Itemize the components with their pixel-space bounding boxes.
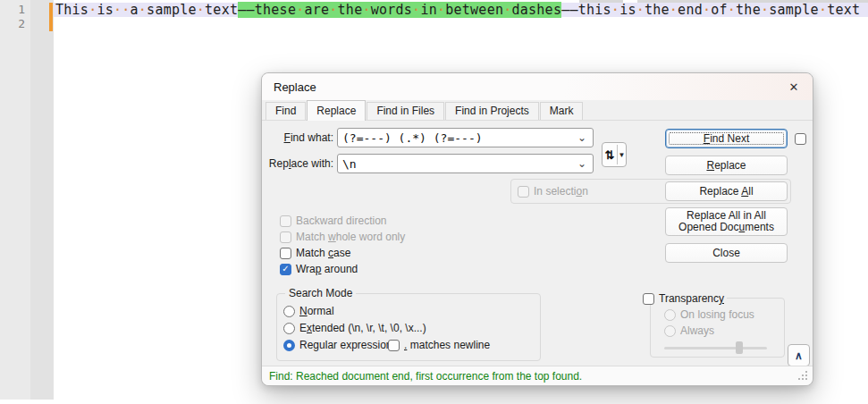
find-next-button[interactable]: Find Next [665, 129, 788, 148]
dot-matches-newline-label: . matches newline [404, 339, 490, 351]
radio-icon [664, 309, 676, 321]
replace-label: Replace [706, 160, 746, 172]
radio-selected-icon [283, 340, 295, 351]
change-history-marker [49, 3, 53, 31]
dialog-title: Replace [274, 80, 316, 94]
tab-find[interactable]: Find [265, 102, 306, 120]
text-line-1[interactable]: This·is··a·sample·text——these·are·the·wo… [54, 3, 868, 17]
focus-rectangle [669, 132, 784, 145]
regex-label: Regular expression [299, 339, 392, 351]
line-number-margin [0, 0, 30, 400]
replace-all-button[interactable]: Replace All [665, 181, 788, 201]
transparency-slider-thumb [736, 341, 743, 354]
tab-mark[interactable]: Mark [540, 102, 584, 120]
find-what-value[interactable]: (?=---) (.*) (?=---) [338, 131, 577, 145]
transparency-label: Transparency [659, 292, 724, 305]
swap-dropdown-icon[interactable]: ▼ [618, 143, 626, 166]
wrap-around-label: Wrap around [296, 263, 358, 275]
dot-matches-newline-checkbox[interactable]: . matches newline [388, 339, 490, 351]
checkbox-icon [795, 133, 806, 145]
in-selection-label: In selection [534, 185, 588, 198]
on-losing-focus-label: On losing focus [680, 308, 754, 321]
on-losing-focus-radio: On losing focus [664, 308, 754, 321]
status-message: Find: Reached document end, first occurr… [269, 370, 582, 383]
swap-find-replace-button[interactable]: ⇅ ▼ [602, 142, 627, 167]
wrap-around-checkbox[interactable]: ✓ Wrap around [280, 263, 358, 275]
normal-label: Normal [299, 305, 334, 317]
line-number-1: 1 [0, 3, 25, 17]
tab-find-in-files[interactable]: Find in Files [367, 102, 444, 120]
replace-with-value[interactable]: \n [338, 157, 577, 171]
transparency-slider-track [664, 347, 767, 349]
match-whole-word-checkbox: Match whole word only [280, 231, 405, 243]
radio-icon [664, 325, 676, 337]
replace-with-label: Replace with: [262, 157, 333, 170]
find-what-combobox[interactable]: (?=---) (.*) (?=---) ⌄ [337, 128, 594, 147]
replace-dialog: Replace ✕ Find Replace Find in Files Fin… [261, 72, 813, 386]
checkbox-icon [280, 215, 291, 227]
checkbox-icon [643, 293, 654, 305]
collapse-dialog-button[interactable]: ∧ [788, 344, 810, 366]
checkbox-icon [388, 340, 400, 351]
search-mode-legend: Search Mode [285, 287, 356, 299]
tab-bar: Find Replace Find in Files Find in Proje… [265, 101, 584, 120]
radio-icon [283, 323, 295, 334]
close-button[interactable]: Close [665, 243, 788, 263]
replace-all-open-docs-label: Replace All in All Opened Documents [673, 210, 780, 233]
line-number-2: 2 [0, 17, 25, 31]
replace-with-combobox[interactable]: \n ⌄ [337, 154, 594, 173]
checkbox-icon [518, 186, 529, 198]
chevron-down-icon[interactable]: ⌄ [577, 131, 593, 144]
chevron-down-icon[interactable]: ⌄ [577, 157, 593, 170]
in-selection-checkbox: In selection [518, 185, 588, 198]
replace-button[interactable]: Replace [665, 156, 788, 175]
backward-direction-label: Backward direction [296, 215, 387, 227]
close-icon[interactable]: ✕ [784, 79, 804, 96]
checkbox-icon [280, 248, 291, 259]
transparency-checkbox[interactable]: Transparency [640, 292, 727, 305]
unlabeled-checkbox[interactable] [795, 132, 806, 145]
radio-icon [283, 306, 295, 317]
match-whole-word-label: Match whole word only [296, 231, 405, 243]
dialog-titlebar[interactable]: Replace [262, 73, 813, 100]
search-mode-regex-radio[interactable]: Regular expression [283, 339, 392, 351]
tab-replace[interactable]: Replace [307, 100, 366, 121]
bookmark-margin[interactable] [30, 0, 54, 400]
replace-all-label: Replace All [699, 186, 753, 198]
extended-label: Extended (\n, \r, \t, \0, \x...) [299, 322, 426, 334]
replace-all-open-docs-button[interactable]: Replace All in All Opened Documents [665, 207, 788, 236]
search-mode-extended-radio[interactable]: Extended (\n, \r, \t, \0, \x...) [283, 322, 426, 334]
find-what-label: Find what: [262, 131, 333, 144]
search-mode-normal-radio[interactable]: Normal [283, 305, 334, 317]
swap-arrows-icon: ⇅ [603, 143, 617, 166]
checkbox-checked-icon: ✓ [280, 264, 291, 275]
always-label: Always [680, 324, 714, 337]
tab-find-in-projects[interactable]: Find in Projects [445, 102, 539, 120]
always-radio: Always [664, 324, 714, 337]
match-case-checkbox[interactable]: Match case [280, 247, 350, 259]
match-case-label: Match case [296, 247, 350, 259]
close-label: Close [712, 248, 740, 259]
dialog-status-bar: Find: Reached document end, first occurr… [262, 366, 813, 385]
checkbox-icon [280, 231, 291, 243]
resize-grip[interactable] [805, 371, 807, 373]
backward-direction-checkbox: Backward direction [280, 215, 387, 227]
